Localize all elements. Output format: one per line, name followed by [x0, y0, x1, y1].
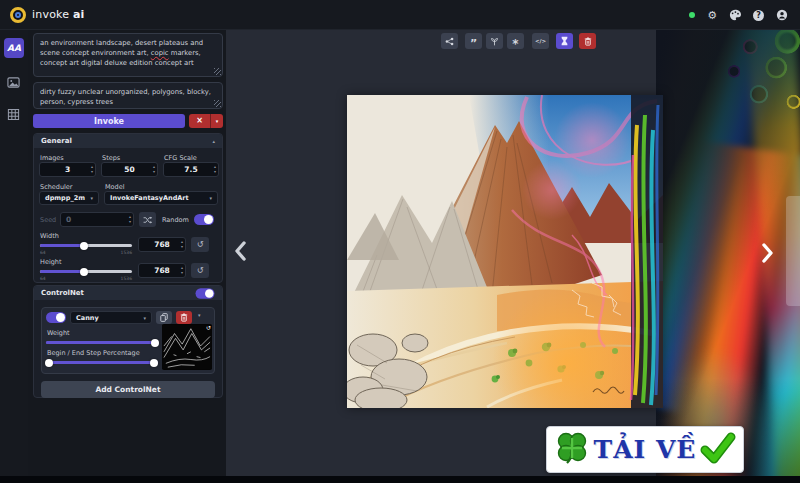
controlnet-section-title: ControlNet — [41, 289, 84, 297]
height-label: Height — [40, 258, 62, 266]
width-stepper[interactable]: ▴▾ — [181, 238, 183, 251]
controlnet-model-chevron-icon: ▾ — [143, 315, 146, 321]
controlnet-item-toggle[interactable] — [46, 312, 66, 323]
seed-label: Seed — [40, 216, 56, 224]
general-section-title: General — [41, 137, 72, 145]
steps-label: Steps — [102, 154, 120, 162]
generated-image[interactable] — [347, 95, 663, 408]
next-image-arrow[interactable] — [760, 242, 776, 268]
weight-slider-handle[interactable] — [151, 339, 159, 347]
images-stepper[interactable]: ▴▾ — [91, 163, 93, 176]
cancel-x-icon[interactable]: × — [189, 114, 211, 128]
negative-prompt-text: dirty fuzzy unclear unorganized, polygon… — [40, 88, 211, 106]
app-title-bold: ai — [73, 8, 85, 21]
controlnet-model-select[interactable]: Canny ▾ — [70, 311, 152, 324]
download-watermark[interactable]: TẢI VỀ — [546, 426, 744, 473]
delete-image-button[interactable] — [579, 33, 596, 49]
height-max-label: 1536 — [40, 276, 132, 281]
general-section: General ▴ Images Steps CFG Scale 3 ▴▾ 50… — [33, 133, 223, 283]
cancel-button[interactable]: × ▾ — [189, 114, 223, 128]
tab-image-to-image[interactable] — [7, 74, 21, 88]
app-title-regular: invoke — [32, 8, 69, 21]
shuffle-seed-button[interactable] — [139, 212, 156, 227]
help-icon[interactable]: ? — [753, 10, 764, 21]
settings-gear-icon[interactable]: ⚙ — [707, 10, 717, 21]
images-label: Images — [40, 154, 64, 162]
width-slider-handle[interactable] — [80, 242, 88, 250]
tab-text-to-image[interactable]: AA — [4, 38, 24, 58]
width-slider[interactable] — [40, 244, 132, 247]
seed-stepper: ▴▾ — [129, 213, 131, 226]
user-account-icon[interactable] — [776, 6, 788, 25]
controlnet-section-header[interactable]: ControlNet — [34, 286, 222, 300]
seed-input[interactable]: 0 ▴▾ — [60, 212, 134, 227]
invokeai-app: invoke ai ⚙ ? AA an environment landscap… — [0, 0, 800, 483]
invoke-button[interactable]: Invoke — [33, 114, 185, 128]
send-to-button[interactable] — [441, 33, 458, 49]
width-label: Width — [40, 232, 59, 240]
height-stepper[interactable]: ▴▾ — [181, 264, 183, 277]
controlnet-expand-chevron-icon[interactable]: ▾ — [198, 312, 201, 318]
width-reset-button[interactable]: ↺ — [191, 237, 209, 252]
bottom-screen-edge — [0, 476, 800, 483]
scheduler-value: dpmpp_2m — [45, 194, 85, 202]
delete-controlnet-button[interactable] — [176, 311, 192, 324]
scheduler-label: Scheduler — [40, 183, 73, 191]
image-viewer: ” * </> — [226, 30, 800, 477]
height-input[interactable]: 768 ▴▾ — [138, 263, 186, 278]
general-section-header[interactable]: General ▴ — [34, 134, 222, 148]
negative-prompt-input[interactable]: dirty fuzzy unclear unorganized, polygon… — [33, 82, 223, 109]
model-label: Model — [105, 183, 125, 191]
begin-end-step-label: Begin / End Step Percentage — [47, 349, 140, 357]
controlnet-model-value: Canny — [76, 314, 99, 322]
weight-slider[interactable] — [46, 341, 158, 344]
watermark-text: TẢI VỀ — [594, 435, 697, 464]
theme-palette-icon[interactable] — [729, 6, 741, 25]
seed-value: 0 — [66, 215, 71, 224]
height-slider[interactable] — [40, 270, 132, 273]
cfg-stepper[interactable]: ▴▾ — [214, 163, 216, 176]
abstract-artwork — [656, 30, 800, 477]
width-input[interactable]: 768 ▴▾ — [138, 237, 186, 252]
begin-end-step-slider[interactable] — [46, 361, 158, 364]
app-title: invoke ai — [32, 8, 85, 21]
collapse-chevron-icon[interactable]: ▴ — [212, 138, 215, 144]
random-seed-toggle[interactable] — [194, 214, 214, 225]
controlnet-enable-toggle[interactable] — [196, 288, 215, 298]
use-prompt-button[interactable]: ” — [465, 33, 482, 49]
model-value: InvokeFantasyAndArt — [110, 194, 189, 202]
height-slider-handle[interactable] — [80, 268, 88, 276]
cfg-scale-value: 7.5 — [184, 165, 197, 174]
steps-value: 50 — [124, 165, 134, 174]
tab-unified-canvas[interactable] — [7, 106, 21, 120]
width-max-label: 1536 — [40, 250, 132, 255]
positive-prompt-input[interactable]: an environment landscape, desert plateau… — [33, 33, 223, 77]
add-controlnet-button[interactable]: Add ControlNet — [41, 381, 215, 398]
weight-label: Weight — [47, 329, 70, 337]
model-select[interactable]: InvokeFantasyAndArt ▾ — [104, 191, 218, 205]
use-all-parameters-button[interactable]: * — [507, 33, 524, 49]
cfg-scale-input[interactable]: 7.5 ▴▾ — [163, 162, 219, 177]
gallery-panel-edge[interactable] — [786, 196, 800, 306]
checkmark-icon — [700, 432, 736, 468]
upscale-button[interactable] — [556, 33, 573, 49]
controlnet-preview-thumbnail[interactable]: ↺ — [162, 324, 212, 370]
random-label: Random — [162, 216, 189, 224]
tab-rail: AA — [0, 30, 28, 483]
steps-input[interactable]: 50 ▴▾ — [101, 162, 158, 177]
end-step-handle[interactable] — [150, 359, 158, 367]
view-metadata-button[interactable]: </> — [532, 33, 549, 49]
duplicate-controlnet-button[interactable] — [156, 311, 172, 324]
artwork-dark-overlay — [656, 30, 800, 477]
begin-step-handle[interactable] — [45, 359, 53, 367]
images-input[interactable]: 3 ▴▾ — [39, 162, 96, 177]
logo-inner-ring — [15, 12, 21, 18]
cancel-options-chevron-icon[interactable]: ▾ — [211, 118, 223, 124]
previous-image-arrow[interactable] — [232, 240, 248, 266]
height-reset-button[interactable]: ↺ — [191, 263, 209, 278]
controlnet-preview-reset-icon[interactable]: ↺ — [206, 324, 211, 331]
use-seed-button[interactable] — [486, 33, 503, 49]
top-bar-actions: ⚙ ? — [689, 0, 788, 30]
steps-stepper[interactable]: ▴▾ — [153, 163, 155, 176]
scheduler-select[interactable]: dpmpp_2m ▾ — [39, 191, 99, 205]
